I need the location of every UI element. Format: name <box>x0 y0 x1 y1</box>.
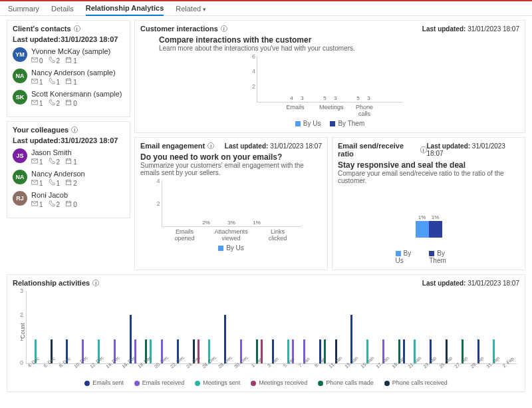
activities-lastupdated: Last updated: 31/01/2023 18:07 <box>422 280 519 287</box>
avatar: JS <box>13 148 27 163</box>
svg-rect-4 <box>66 180 71 185</box>
email-engagement-title: Email engagement <box>140 142 205 150</box>
contact-item[interactable]: JSJason Smith121 <box>13 148 124 166</box>
card-activities: Relationship activities i Last updated: … <box>7 274 525 392</box>
svg-rect-5 <box>66 202 71 206</box>
calendar-icon <box>65 99 72 107</box>
tab-details[interactable]: Details <box>51 5 74 15</box>
avatar: YM <box>13 47 27 62</box>
legend-swatch <box>84 381 90 386</box>
svg-rect-1 <box>66 79 71 84</box>
contact-stats: 021 <box>31 57 110 65</box>
ee-chart: 2 4 2%3%1% Emails openedAttachments view… <box>162 180 301 252</box>
contact-item[interactable]: SKScott Konersmann (sample)120 <box>13 90 124 107</box>
calendar-icon <box>65 57 72 65</box>
legend-swatch <box>251 381 256 386</box>
phone-icon <box>49 57 55 65</box>
svg-rect-0 <box>66 58 71 63</box>
legend-swatch-them <box>429 251 434 256</box>
svg-rect-3 <box>66 159 71 164</box>
contact-item[interactable]: RJRoni Jacob120 <box>13 191 124 208</box>
mail-icon <box>31 200 38 208</box>
info-icon[interactable]: i <box>71 126 78 133</box>
card-clients-contacts: Client's contacts i Last updated:31/01/2… <box>7 20 130 117</box>
chart-bar: 1% <box>416 221 429 238</box>
tab-bar: Summary Details Relationship Analytics R… <box>0 0 532 16</box>
colleagues-lastupdated: Last updated:31/01/2023 18:07 <box>13 136 124 144</box>
legend-swatch-us <box>218 246 223 251</box>
contact-stats: 121 <box>31 158 77 166</box>
contact-name: Roni Jacob <box>31 191 77 199</box>
avatar: NA <box>13 69 27 83</box>
contact-name: Scott Konersmann (sample) <box>31 90 122 98</box>
clients-contacts-title: Client's contacts <box>13 25 71 33</box>
legend-swatch-us <box>295 121 301 126</box>
ee-heading: Do you need to work on your emails? <box>140 152 322 162</box>
legend-swatch-us <box>396 251 401 256</box>
contact-stats: 120 <box>31 200 77 208</box>
ci-sub: Learn more about the interactions you've… <box>159 45 519 52</box>
customer-interactions-title: Customer interactions <box>140 25 218 33</box>
ee-legend: By Us <box>162 244 301 252</box>
contact-stats: 120 <box>31 99 122 107</box>
phone-icon <box>49 78 55 86</box>
info-icon[interactable]: i <box>74 25 80 32</box>
card-customer-interactions: Customer interactions i Last updated: 31… <box>134 20 525 133</box>
ci-heading: Compare interactions with the customer <box>159 35 519 45</box>
avatar: RJ <box>13 191 27 206</box>
contact-item[interactable]: YMYvonne McKay (sample)021 <box>13 47 124 65</box>
tab-relationship-analytics[interactable]: Relationship Analytics <box>86 4 164 16</box>
ci-legend: By Us By Them <box>257 120 403 127</box>
legend-swatch <box>318 381 323 386</box>
card-email-engagement: Email engagement i Last updated: 31/01/2… <box>134 137 328 270</box>
activities-chart: Count 0 1 2 3 <box>26 291 517 364</box>
chart-bar <box>224 315 226 363</box>
phone-icon <box>49 200 55 208</box>
colleagues-title: Your colleagues <box>13 126 68 134</box>
activities-legend: Emails sentEmails receivedMeetings sentM… <box>13 379 519 386</box>
card-ratio: Email send/receive ratio i Last updated:… <box>332 137 525 270</box>
avatar: SK <box>13 90 27 104</box>
info-icon[interactable]: i <box>92 280 99 286</box>
info-icon[interactable]: i <box>207 142 214 149</box>
legend-swatch-them <box>330 121 335 126</box>
ratio-sub: Compare your email send/receive ratio to… <box>338 170 519 184</box>
ci-lastupdated: Last updated: 31/01/2023 18:07 <box>422 25 519 33</box>
legend-swatch <box>134 381 140 386</box>
mail-icon <box>31 78 38 86</box>
contact-item[interactable]: NANancy Anderson (sample)111 <box>13 69 124 86</box>
activities-title: Relationship activities <box>13 279 90 287</box>
phone-icon <box>49 158 55 166</box>
ratio-legend: By Us By Them <box>396 250 462 264</box>
calendar-icon <box>65 78 72 86</box>
calendar-icon <box>65 158 72 166</box>
mail-icon <box>31 99 38 107</box>
calendar-icon <box>65 200 72 208</box>
mail-icon <box>31 179 38 187</box>
ee-sub: Summarize your customers' email engageme… <box>140 162 322 176</box>
info-icon[interactable]: i <box>221 25 227 32</box>
contact-item[interactable]: NANancy Anderson112 <box>13 170 124 187</box>
clients-lastupdated: Last updated:31/01/2023 18:07 <box>13 35 124 43</box>
contact-name: Nancy Anderson (sample) <box>31 69 116 77</box>
calendar-icon <box>65 179 72 187</box>
ratio-title: Email send/receive ratio <box>338 142 418 158</box>
ratio-lastupdated: Last updated: 31/01/2023 18:07 <box>427 142 519 157</box>
contact-name: Nancy Anderson <box>31 170 85 178</box>
legend-swatch <box>195 381 200 386</box>
phone-icon <box>49 99 55 107</box>
chart-bar: 1% <box>429 221 442 238</box>
contact-stats: 111 <box>31 78 116 86</box>
ci-chart: 2 4 6 435353 EmailsMeetingsPhone calls B… <box>257 56 403 127</box>
tab-related[interactable]: Related <box>176 5 205 15</box>
contact-name: Jason Smith <box>31 148 77 156</box>
info-icon[interactable]: i <box>420 146 427 153</box>
phone-icon <box>49 179 55 187</box>
ee-lastupdated: Last updated: 31/01/2023 18:07 <box>225 142 322 150</box>
legend-swatch <box>384 381 390 386</box>
card-colleagues: Your colleagues i Last updated:31/01/202… <box>7 121 130 218</box>
tab-summary[interactable]: Summary <box>8 5 39 15</box>
mail-icon <box>31 57 38 65</box>
mail-icon <box>31 158 38 166</box>
svg-rect-2 <box>66 101 71 105</box>
